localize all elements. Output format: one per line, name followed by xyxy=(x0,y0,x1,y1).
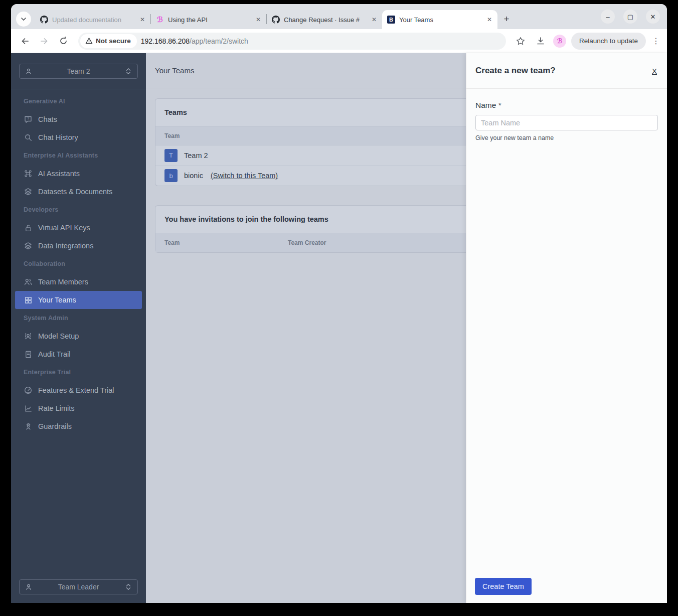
tab-close-icon[interactable]: ✕ xyxy=(137,15,147,24)
minimize-button[interactable]: – xyxy=(601,10,615,24)
address-bar[interactable]: Not secure 192.168.86.208/app/team/2/swi… xyxy=(78,33,506,50)
table-row-bionic: b bionic (Switch to this Team) xyxy=(155,166,466,186)
invitations-table-header: Team Team Creator xyxy=(155,233,466,252)
sidebar-item-label: Chats xyxy=(38,115,57,123)
url-text: 192.168.86.208/app/team/2/switch xyxy=(141,37,248,45)
sidebar-item-chats[interactable]: ? Chats xyxy=(15,110,142,128)
sidebar-item-datasets-documents[interactable]: Datasets & Documents xyxy=(15,183,142,201)
relaunch-to-update-button[interactable]: Relaunch to update xyxy=(571,33,646,50)
guard-person-icon xyxy=(24,422,33,431)
create-team-drawer: Create a new team? X Name * Give your ne… xyxy=(466,53,667,603)
bionic-extension-icon[interactable]: ℬ xyxy=(553,35,566,48)
name-field-label: Name * xyxy=(475,101,658,110)
sidebar-item-ai-assistants[interactable]: AI Assistants xyxy=(15,165,142,183)
team-name-input[interactable] xyxy=(475,115,658,130)
sidebar-item-label: AI Assistants xyxy=(38,170,80,178)
audit-document-icon: 2 xyxy=(24,350,33,359)
team-name: bionic xyxy=(184,172,203,180)
name-field-help: Give your new team a name xyxy=(475,134,658,141)
sidebar-item-guardrails[interactable]: Guardrails xyxy=(15,417,142,435)
sidebar-item-label: Chat History xyxy=(38,133,78,141)
svg-text:?: ? xyxy=(27,116,29,121)
spacer xyxy=(146,186,466,205)
forward-button[interactable] xyxy=(36,33,52,49)
tab-change-request[interactable]: Change Request · Issue # ✕ xyxy=(267,10,382,29)
role-selector[interactable]: Team Leader xyxy=(19,579,138,594)
page-header: Your Teams xyxy=(146,53,466,88)
sidebar-item-team-members[interactable]: Team Members xyxy=(15,273,142,291)
reload-button[interactable] xyxy=(55,33,71,49)
switch-team-link[interactable]: (Switch to this Team) xyxy=(211,172,278,180)
sidebar-item-label: Data Integrations xyxy=(38,242,93,250)
app-content: Team 2 Generative AI ? Chats Chat Histor… xyxy=(11,53,667,603)
sidebar-item-label: Audit Trail xyxy=(38,350,70,358)
person-icon xyxy=(24,67,33,76)
section-generative-ai: Generative AI xyxy=(11,92,146,110)
tab-close-icon[interactable]: ✕ xyxy=(484,15,494,24)
team-avatar: b xyxy=(164,169,178,182)
tab-title: Change Request · Issue # xyxy=(284,16,365,24)
maximize-button[interactable]: ▢ xyxy=(623,10,637,24)
teams-table-header: Team xyxy=(155,126,466,145)
sidebar-item-label: Model Setup xyxy=(38,332,79,340)
grid-icon xyxy=(24,295,33,304)
invitations-card-title: You have invitations to join the followi… xyxy=(155,206,466,233)
star-icon xyxy=(516,37,525,46)
spacer xyxy=(146,88,466,98)
chevron-down-icon xyxy=(21,16,27,22)
tab-close-icon[interactable]: ✕ xyxy=(369,15,379,24)
download-icon xyxy=(536,37,545,46)
url-path: /app/team/2/switch xyxy=(190,37,248,45)
downloads-button[interactable] xyxy=(533,34,548,49)
drawer-header: Create a new team? X xyxy=(466,53,667,89)
create-team-button[interactable]: Create Team xyxy=(475,578,532,595)
section-enterprise-ai-assistants: Enterprise AI Assistants xyxy=(11,146,146,165)
sidebar-item-chat-history[interactable]: Chat History xyxy=(15,128,142,146)
drawer-title: Create a new team? xyxy=(475,66,556,76)
browser-toolbar: Not secure 192.168.86.208/app/team/2/swi… xyxy=(11,29,667,53)
section-system-admin: System Admin xyxy=(11,309,146,327)
section-collaboration: Collaboration xyxy=(11,255,146,273)
sidebar-item-label: Team Members xyxy=(38,278,88,286)
team-selector[interactable]: Team 2 xyxy=(19,64,138,79)
tab-strip: Updated documentation ✕ ℬ Using the API … xyxy=(11,4,667,29)
section-developers: Developers xyxy=(11,201,146,219)
sidebar-item-your-teams[interactable]: Your Teams xyxy=(15,291,142,309)
drawer-footer: Create Team xyxy=(466,570,667,603)
drawer-close-button[interactable]: X xyxy=(652,67,657,75)
trend-chart-icon xyxy=(24,404,33,413)
bookmark-star-button[interactable] xyxy=(513,34,528,49)
tab-title: Using the API xyxy=(168,16,249,24)
search-icon xyxy=(24,133,33,142)
sidebar-item-features-extend-trial[interactable]: Features & Extend Trial xyxy=(15,381,142,399)
tab-close-icon[interactable]: ✕ xyxy=(253,15,263,24)
not-secure-warning-icon xyxy=(85,37,93,45)
tab-updated-documentation[interactable]: Updated documentation ✕ xyxy=(35,10,150,29)
sidebar-item-model-setup[interactable]: Model Setup xyxy=(15,327,142,345)
sidebar-item-data-integrations[interactable]: Data Integrations xyxy=(15,237,142,255)
window-controls: – ▢ ✕ xyxy=(601,10,660,24)
role-selector-value: Team Leader xyxy=(33,583,124,591)
sidebar-item-virtual-api-keys[interactable]: Virtual API Keys xyxy=(15,219,142,237)
unlock-icon xyxy=(24,223,33,232)
bionic-b-navy-icon: B xyxy=(387,16,395,24)
sidebar-item-audit-trail[interactable]: 2 Audit Trail xyxy=(15,345,142,363)
sidebar-item-label: Rate Limits xyxy=(38,404,75,412)
chat-question-icon: ? xyxy=(24,115,33,124)
sidebar-item-label: Virtual API Keys xyxy=(38,224,90,232)
teams-card: Teams Team T Team 2 b bionic (Switch to … xyxy=(155,98,466,186)
tab-using-the-api[interactable]: ℬ Using the API ✕ xyxy=(151,10,266,29)
sidebar-item-rate-limits[interactable]: Rate Limits xyxy=(15,399,142,417)
tab-your-teams[interactable]: B Your Teams ✕ xyxy=(382,10,497,29)
close-button[interactable]: ✕ xyxy=(646,10,660,24)
chevron-up-down-icon xyxy=(124,582,133,591)
github-icon xyxy=(40,16,48,24)
browser-menu-button[interactable]: ⋮ xyxy=(651,36,661,46)
back-button[interactable] xyxy=(17,33,33,49)
gauge-icon xyxy=(24,386,33,395)
tab-search-button[interactable] xyxy=(16,12,31,27)
sidebar-item-label: Features & Extend Trial xyxy=(38,386,114,394)
security-label: Not secure xyxy=(96,37,131,45)
new-tab-button[interactable]: + xyxy=(499,12,514,26)
security-chip[interactable]: Not secure xyxy=(80,34,137,48)
